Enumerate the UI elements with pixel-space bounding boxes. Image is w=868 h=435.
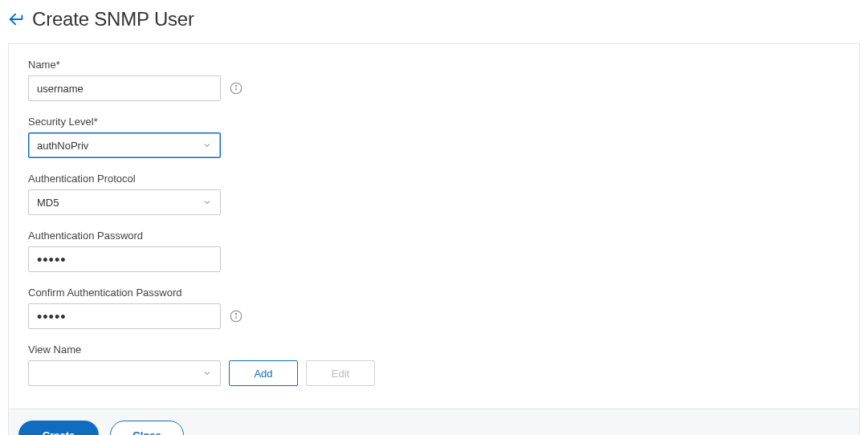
page-title: Create SNMP User	[32, 8, 194, 30]
auth-protocol-label: Authentication Protocol	[28, 173, 840, 185]
security-level-value: authNoPriv	[37, 140, 88, 152]
password-mask: •••••	[37, 252, 67, 268]
field-auth-protocol: Authentication Protocol MD5	[28, 173, 840, 215]
password-mask: •••••	[37, 309, 67, 325]
view-name-select[interactable]	[28, 360, 221, 386]
confirm-auth-password-label: Confirm Authentication Password	[28, 287, 840, 299]
field-auth-password: Authentication Password •••••	[28, 230, 840, 272]
info-icon[interactable]	[229, 309, 243, 323]
form-panel: Name* Security Level* a	[8, 43, 860, 435]
info-icon[interactable]	[229, 81, 243, 96]
field-confirm-auth-password: Confirm Authentication Password •••••	[28, 287, 840, 329]
field-security-level: Security Level* authNoPriv	[28, 116, 840, 158]
security-level-select[interactable]: authNoPriv	[28, 132, 221, 158]
confirm-auth-password-input[interactable]: •••••	[28, 303, 221, 329]
page-header: Create SNMP User	[8, 8, 860, 30]
close-button[interactable]: Close	[110, 421, 184, 435]
auth-password-label: Authentication Password	[28, 230, 840, 242]
security-level-label: Security Level*	[28, 116, 840, 128]
field-name: Name*	[28, 59, 840, 101]
view-name-label: View Name	[28, 344, 840, 356]
name-input[interactable]	[28, 75, 221, 101]
auth-protocol-select[interactable]: MD5	[28, 189, 221, 215]
auth-protocol-value: MD5	[37, 197, 59, 209]
auth-password-input[interactable]: •••••	[28, 246, 221, 272]
svg-point-5	[235, 313, 236, 314]
add-button[interactable]: Add	[229, 360, 298, 386]
chevron-down-icon	[202, 140, 212, 150]
footer-bar: Create Close	[9, 409, 859, 435]
create-button[interactable]: Create	[18, 421, 99, 435]
edit-button: Edit	[306, 360, 375, 386]
chevron-down-icon	[202, 368, 212, 378]
field-view-name: View Name Add Edit	[28, 344, 840, 386]
svg-point-2	[235, 85, 236, 86]
chevron-down-icon	[202, 197, 212, 207]
name-label: Name*	[28, 59, 840, 71]
back-arrow-icon[interactable]	[8, 10, 26, 28]
